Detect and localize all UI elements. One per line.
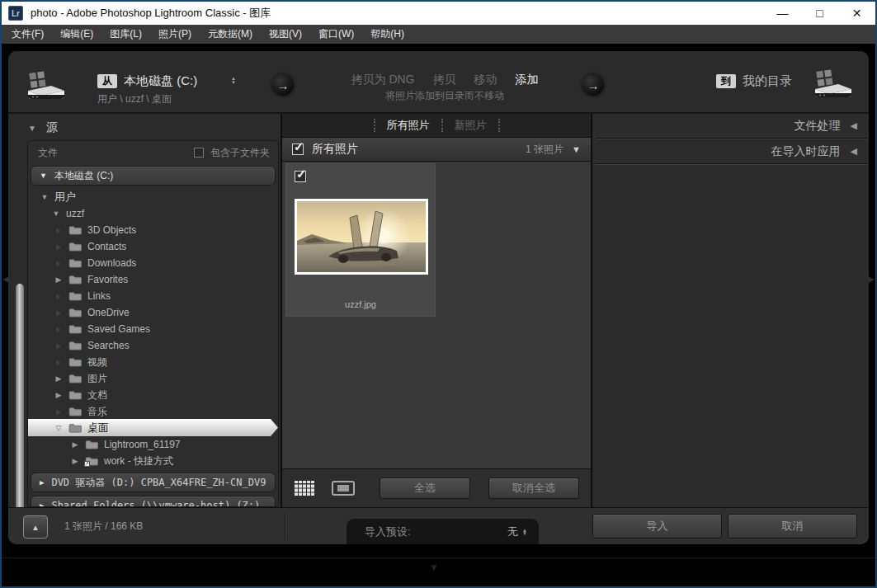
files-filter-row: 文件 包含子文件夹 — [28, 143, 278, 162]
dialog-footer: ▲ 1 张照片 / 166 KB 导入预设: 无 ▲▼ 导入 取消 — [8, 507, 869, 544]
menu-item-view[interactable]: 视图(V) — [261, 27, 310, 41]
show-left-panel-button[interactable]: ◀ — [2, 274, 9, 285]
show-right-panel-button[interactable]: ▶ — [868, 274, 875, 285]
tree-item-label: work - 快捷方式 — [104, 454, 173, 468]
panel-section-file-handling[interactable]: 文件处理 ◀ — [594, 114, 869, 138]
tree-item-pictures[interactable]: ▶ 图片 — [28, 370, 278, 387]
menu-item-window[interactable]: 窗口(W) — [310, 27, 362, 41]
photo-cell[interactable]: ✓ — [285, 163, 436, 317]
tree-item-label: 本地磁盘 (C:) — [54, 169, 113, 183]
tree-item-documents[interactable]: ▶ 文档 — [28, 387, 278, 403]
tree-item-label: 桌面 — [87, 421, 109, 435]
grid-view-button[interactable] — [294, 480, 317, 496]
expand-triangle-icon[interactable]: ▶ — [54, 275, 63, 284]
sort-menu-icon[interactable]: ▼ — [572, 144, 581, 154]
panel-divider — [596, 163, 867, 165]
tree-item-label: Favorites — [87, 274, 128, 285]
tree-item-contacts[interactable]: ▶ Contacts — [28, 238, 278, 255]
photos-group-title: 所有照片 — [312, 142, 358, 157]
tab-all-photos[interactable]: 所有照片 — [387, 118, 430, 133]
panel-section-apply-during-import[interactable]: 在导入时应用 ◀ — [594, 139, 869, 163]
dvd-drive-item[interactable]: ▶ DVD 驱动器 (D:) CPBA_X64FRE_ZH-CN_DV9 — [31, 473, 276, 492]
folder-icon — [68, 275, 82, 285]
tree-item-videos[interactable]: ▶ 视频 — [28, 354, 278, 370]
tree-item-favorites[interactable]: ▶ Favorites — [28, 271, 278, 288]
tree-item-desktop-selected[interactable]: ▽ 桌面 — [28, 419, 278, 436]
menu-item-file[interactable]: 文件(F) — [3, 27, 52, 41]
tree-item-users[interactable]: ▼ 用户 — [28, 189, 278, 205]
close-button[interactable]: ✕ — [838, 2, 875, 25]
show-bottom-panel-button[interactable]: ▼ — [429, 562, 439, 573]
source-switch-icon[interactable]: ▲▼ — [231, 77, 236, 85]
expand-triangle-icon[interactable]: ▶ — [71, 457, 79, 465]
tree-item-onedrive[interactable]: ▶ OneDrive — [28, 304, 278, 321]
tree-item-music[interactable]: ▶ 音乐 — [28, 403, 278, 420]
expand-triangle-icon[interactable]: ▼ — [40, 193, 49, 201]
collapse-left-triangle-icon: ◀ — [851, 120, 857, 131]
tree-item-lightroom-61197[interactable]: ▶ Lightroom_61197 — [28, 436, 278, 453]
tree-item-3d-objects[interactable]: ▶ 3D Objects — [28, 222, 278, 238]
expand-triangle-icon[interactable]: ▶ — [71, 440, 79, 449]
deselect-all-button[interactable]: 取消全选 — [488, 477, 579, 499]
folder-icon — [68, 374, 82, 383]
maximize-button[interactable]: □ — [801, 2, 838, 25]
photo-count: 1 张照片 — [526, 143, 563, 157]
import-method-copy[interactable]: 拷贝 — [433, 73, 456, 87]
destination-name[interactable]: 我的目录 — [743, 73, 792, 89]
window-controls: — □ ✕ — [764, 2, 875, 25]
tree-item-saved-games[interactable]: ▶ Saved Games — [28, 321, 278, 337]
menu-item-edit[interactable]: 编辑(E) — [52, 27, 101, 41]
expand-triangle-icon[interactable]: ▼ — [52, 209, 60, 218]
import-method-move[interactable]: 移动 — [474, 73, 497, 87]
import-method-copy-as-dng[interactable]: 拷贝为 DNG — [351, 73, 415, 87]
import-preset-bar[interactable]: 导入预设: 无 ▲▼ — [347, 519, 539, 544]
preset-spinner-icon[interactable]: ▲▼ — [522, 529, 527, 535]
source-panel-title: 源 — [46, 120, 58, 135]
network-drive-item[interactable]: ▶ Shared Folders (\\vmware-host) (Z:) — [31, 496, 276, 507]
tree-item-searches[interactable]: ▶ Searches — [28, 337, 278, 354]
tree-item-links[interactable]: ▶ Links — [28, 288, 278, 304]
tab-new-photos[interactable]: 新照片 — [455, 118, 487, 133]
window-title: photo - Adobe Photoshop Lightroom Classi… — [31, 6, 271, 21]
select-all-button[interactable]: 全选 — [380, 477, 470, 499]
menu-item-photo[interactable]: 照片(P) — [150, 27, 200, 41]
footer-summary: 1 张照片 / 166 KB — [64, 508, 143, 544]
tree-item-label: 视频 — [87, 355, 107, 369]
expand-triangle-icon: ▶ — [54, 342, 63, 350]
import-preset-value[interactable]: 无 — [507, 524, 518, 539]
tree-item-work-shortcut[interactable]: ▶ ↗ work - 快捷方式 — [28, 453, 278, 469]
import-method-add[interactable]: 添加 — [516, 73, 539, 87]
photo-checkbox[interactable]: ✓ — [295, 171, 306, 182]
tree-item-uzzf[interactable]: ▼ uzzf — [28, 205, 278, 222]
cancel-button[interactable]: 取消 — [728, 514, 857, 539]
expand-triangle-icon: ▶ — [54, 326, 63, 333]
expand-triangle-icon[interactable]: ▶ — [40, 478, 44, 487]
tree-item-label: Links — [87, 290, 111, 302]
expand-triangle-icon[interactable]: ▶ — [54, 391, 63, 399]
expand-triangle-icon[interactable]: ▶ — [54, 374, 63, 383]
expand-triangle-icon[interactable]: ▽ — [54, 424, 63, 432]
import-dialog: 从 本地磁盘 (C:) ▲▼ 用户 \ uzzf \ 桌面 → 拷贝为 DNG … — [8, 51, 869, 544]
source-panel-scrollbar[interactable] — [16, 284, 24, 544]
menu-item-metadata[interactable]: 元数据(M) — [200, 27, 261, 41]
application-window: Lr photo - Adobe Photoshop Lightroom Cla… — [0, 0, 877, 588]
expand-triangle-icon: ▶ — [54, 359, 63, 366]
folder-icon — [68, 225, 82, 235]
tree-item-downloads[interactable]: ▶ Downloads — [28, 255, 278, 271]
tree-item-local-disk-c[interactable]: ▼ 本地磁盘 (C:) — [31, 166, 276, 186]
grid-toolbar: 全选 取消全选 — [282, 468, 591, 507]
source-name[interactable]: 本地磁盘 (C:) — [124, 73, 197, 89]
import-button[interactable]: 导入 — [592, 514, 722, 539]
expand-triangle-icon[interactable]: ▼ — [40, 172, 47, 180]
menu-item-library[interactable]: 图库(L) — [101, 27, 150, 41]
photo-thumbnail[interactable] — [295, 199, 428, 275]
tab-separator — [441, 119, 443, 132]
group-select-checkbox[interactable]: ✓ — [292, 143, 304, 155]
menu-item-help[interactable]: 帮助(H) — [362, 27, 413, 41]
folder-icon — [85, 440, 98, 449]
include-subfolders-checkbox[interactable] — [194, 148, 204, 158]
loupe-view-button[interactable] — [332, 481, 355, 496]
toggle-footer-panel-button[interactable]: ▲ — [23, 515, 48, 539]
minimize-button[interactable]: — — [764, 2, 801, 25]
expand-triangle-icon[interactable]: ▶ — [40, 501, 44, 507]
